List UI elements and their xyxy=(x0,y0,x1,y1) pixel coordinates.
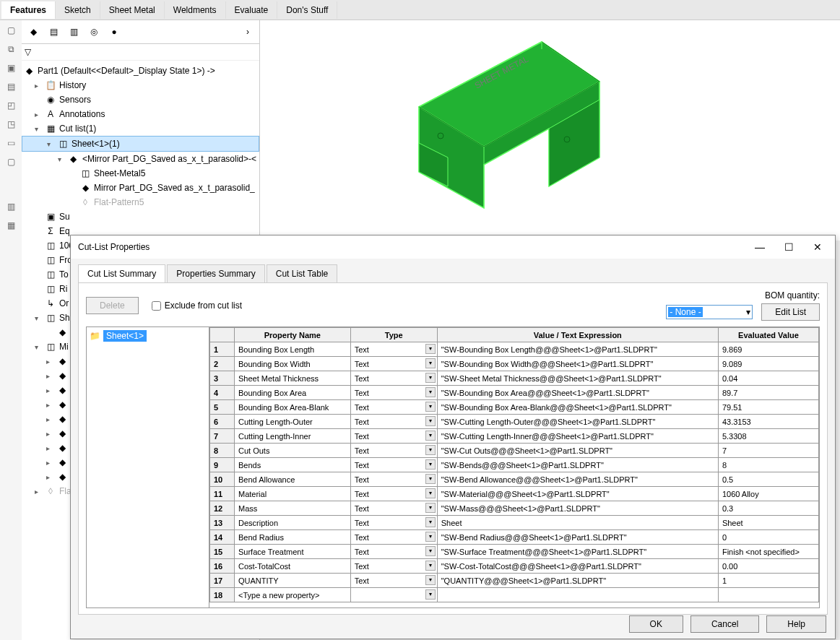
cell-type[interactable]: Text▾ xyxy=(350,574,437,588)
tree-cutlist[interactable]: ▾▦Cut list(1) xyxy=(22,121,259,136)
tab-cut-list-summary[interactable]: Cut List Summary xyxy=(78,264,165,282)
cell-name[interactable]: Cutting Length-Outer xyxy=(235,415,351,429)
chevron-down-icon[interactable]: ▾ xyxy=(425,358,436,368)
strip-layer1-icon[interactable]: ▣ xyxy=(4,61,18,75)
cell-type[interactable]: Text▾ xyxy=(350,516,437,530)
table-row[interactable]: 10Bend AllowanceText▾"SW-Bend Allowance@… xyxy=(210,472,819,487)
strip-layer2-icon[interactable]: ▤ xyxy=(4,79,18,94)
cell-name[interactable]: Bounding Box Width xyxy=(235,357,351,371)
delete-button[interactable]: Delete xyxy=(86,297,139,314)
cancel-button[interactable]: Cancel xyxy=(690,615,759,633)
table-row[interactable]: 14Bend RadiusText▾"SW-Bend Radius@@@Shee… xyxy=(210,530,819,545)
cell-type[interactable]: Text▾ xyxy=(350,501,437,516)
chevron-down-icon[interactable]: ▾ xyxy=(425,344,436,354)
ok-button[interactable]: OK xyxy=(629,615,683,633)
strip-stack-icon[interactable]: ▥ xyxy=(4,199,18,214)
strip-note-icon[interactable]: ▢ xyxy=(4,155,18,169)
table-row[interactable]: 8Cut OutsText▾"SW-Cut Outs@@@Sheet<1>@Pa… xyxy=(210,444,819,458)
cell-name[interactable]: Mass xyxy=(235,501,351,516)
chevron-down-icon[interactable]: ▾ xyxy=(425,561,436,571)
tab-weldments[interactable]: Weldments xyxy=(165,1,226,19)
cell-type[interactable]: Text▾ xyxy=(350,559,437,574)
cell-expr[interactable]: "QUANTITY@@@Sheet<1>@Part1.SLDPRT" xyxy=(437,574,718,588)
tab-properties-summary[interactable]: Properties Summary xyxy=(167,264,264,282)
table-row[interactable]: 2Bounding Box WidthText▾"SW-Bounding Box… xyxy=(210,357,819,371)
table-row[interactable]: 13DescriptionText▾SheetSheet xyxy=(210,516,819,530)
cell-name[interactable]: QUANTITY xyxy=(235,574,351,588)
sheet-node[interactable]: Sheet<1> xyxy=(103,330,147,342)
tab-dons-stuff[interactable]: Don's Stuff xyxy=(277,1,337,19)
cell-name[interactable]: Bend Radius xyxy=(235,530,351,545)
strip-book-icon[interactable]: ▭ xyxy=(4,136,18,150)
chevron-down-icon[interactable]: ▾ xyxy=(425,474,436,484)
cell-expr[interactable]: "SW-Bend Radius@@@Sheet<1>@Part1.SLDPRT" xyxy=(437,530,718,545)
cell-name[interactable]: Bends xyxy=(235,458,351,472)
cell-expr[interactable]: "SW-Sheet Metal Thickness@@@Sheet<1>@Par… xyxy=(437,371,718,386)
chevron-down-icon[interactable]: ▾ xyxy=(425,431,436,441)
cell-type[interactable]: Text▾ xyxy=(350,429,437,444)
chevron-down-icon[interactable]: ▾ xyxy=(425,575,436,585)
cell-name[interactable]: Surface Treatment xyxy=(235,545,351,559)
3d-viewport[interactable]: SHEET METAL xyxy=(260,20,840,241)
table-row[interactable]: 1Bounding Box LengthText▾"SW-Bounding Bo… xyxy=(210,342,819,357)
tree-root[interactable]: ◆Part1 (Default<<Default>_Display State … xyxy=(22,64,259,78)
tree-sensors[interactable]: ◉Sensors xyxy=(22,92,259,107)
tree-expand-icon[interactable]: › xyxy=(239,23,256,40)
tree-flatpattern5[interactable]: ◊Flat-Pattern5 xyxy=(22,195,259,209)
chevron-down-icon[interactable]: ▾ xyxy=(425,546,436,556)
cell-type[interactable]: Text▾ xyxy=(350,487,437,501)
cell-name[interactable]: Description xyxy=(235,516,351,530)
cell-type[interactable]: Text▾ xyxy=(350,458,437,472)
table-row[interactable]: 16Cost-TotalCostText▾"SW-Cost-TotalCost@… xyxy=(210,559,819,574)
chevron-down-icon[interactable]: ▾ xyxy=(425,589,436,600)
tree-su[interactable]: ▣Su xyxy=(22,209,259,224)
edit-list-button[interactable]: Edit List xyxy=(761,303,820,321)
col-value-expr[interactable]: Value / Text Expression xyxy=(437,328,718,342)
tree-target-icon[interactable]: ◎ xyxy=(85,23,103,40)
cell-type[interactable]: Text▾ xyxy=(350,545,437,559)
close-icon[interactable]: ✕ xyxy=(807,240,828,254)
tree-sheetmetal5[interactable]: ◫Sheet-Metal5 xyxy=(22,166,259,181)
cell-expr[interactable]: "SW-Material@@@Sheet<1>@Part1.SLDPRT" xyxy=(437,487,718,501)
table-row[interactable]: 4Bounding Box AreaText▾"SW-Bounding Box … xyxy=(210,386,819,400)
exclude-checkbox-wrap[interactable]: Exclude from cut list xyxy=(152,300,242,311)
cell-name[interactable]: Bounding Box Area-Blank xyxy=(235,400,351,415)
chevron-down-icon[interactable]: ▾ xyxy=(425,459,436,470)
chevron-down-icon[interactable]: ▾ xyxy=(425,416,436,426)
cell-name[interactable]: Cut Outs xyxy=(235,444,351,458)
help-button[interactable]: Help xyxy=(766,615,826,633)
cell-type[interactable]: Text▾ xyxy=(350,371,437,386)
table-row[interactable]: 3Sheet Metal ThicknessText▾"SW-Sheet Met… xyxy=(210,371,819,386)
chevron-down-icon[interactable]: ▾ xyxy=(425,387,436,397)
cell-name[interactable]: Bounding Box Length xyxy=(235,342,351,357)
cell-expr[interactable]: "SW-Surface Treatment@@@Sheet<1>@Part1.S… xyxy=(437,545,718,559)
funnel-icon[interactable]: ▽ xyxy=(25,47,31,57)
cell-name[interactable]: Material xyxy=(235,487,351,501)
cell-expr[interactable]: "SW-Bounding Box Width@@@Sheet<1>@Part1.… xyxy=(437,357,718,371)
cell-expr[interactable]: "SW-Bounding Box Area-Blank@@@Sheet<1>@P… xyxy=(437,400,718,415)
chevron-down-icon[interactable]: ▾ xyxy=(425,517,436,527)
cell-expr[interactable]: "SW-Bounding Box Area@@@Sheet<1>@Part1.S… xyxy=(437,386,718,400)
cell-expr[interactable]: "SW-Cost-TotalCost@@@Sheet<1>@@Part1.SLD… xyxy=(437,559,718,574)
table-row[interactable]: 7Cutting Length-InnerText▾"SW-Cutting Le… xyxy=(210,429,819,444)
tree-mirror-part[interactable]: ◆Mirror Part_DG_Saved as_x_t_parasolid_ xyxy=(22,181,259,195)
col-evaluated[interactable]: Evaluated Value xyxy=(718,328,818,342)
tree-annotations[interactable]: ▸AAnnotations xyxy=(22,107,259,121)
table-row[interactable]: 12MassText▾"SW-Mass@@@Sheet<1>@Part1.SLD… xyxy=(210,501,819,516)
cell-type[interactable]: Text▾ xyxy=(350,415,437,429)
tree-mirror1[interactable]: ▾◆<Mirror Part_DG_Saved as_x_t_parasolid… xyxy=(22,152,259,166)
tree-view-icon[interactable]: ▥ xyxy=(65,23,82,40)
tree-feature-icon[interactable]: ◆ xyxy=(25,23,42,40)
cell-expr[interactable]: "SW-Bounding Box Length@@@Sheet<1>@Part1… xyxy=(437,342,718,357)
chevron-down-icon[interactable]: ▾ xyxy=(425,402,436,412)
cell-type[interactable]: Text▾ xyxy=(350,472,437,487)
table-row[interactable]: 9BendsText▾"SW-Bends@@@Sheet<1>@Part1.SL… xyxy=(210,458,819,472)
chevron-down-icon[interactable]: ▾ xyxy=(425,503,436,513)
new-property-cell[interactable]: <Type a new property> xyxy=(235,588,351,602)
cell-expr[interactable]: "SW-Bend Allowance@@@Sheet<1>@Part1.SLDP… xyxy=(437,472,718,487)
bom-quantity-select[interactable]: - None - ▾ xyxy=(666,305,753,319)
cell-expr[interactable]: "SW-Cutting Length-Inner@@@Sheet<1>@Part… xyxy=(437,429,718,444)
chevron-down-icon[interactable]: ▾ xyxy=(425,445,436,455)
exclude-checkbox[interactable] xyxy=(152,301,161,311)
cell-expr[interactable]: "SW-Cut Outs@@@Sheet<1>@Part1.SLDPRT" xyxy=(437,444,718,458)
